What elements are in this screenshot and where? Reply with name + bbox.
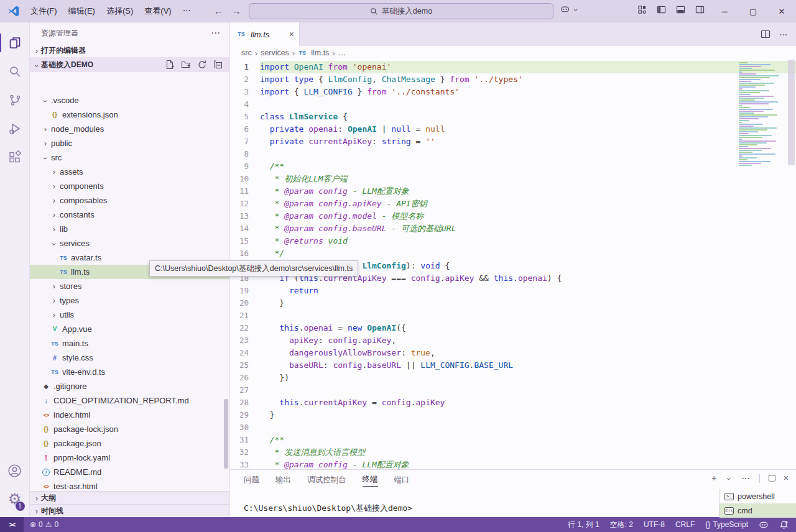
terminal-body[interactable]: C:\Users\shiuo\Desktop\基础接入demo> >_power… bbox=[230, 488, 796, 517]
code-line-30: 30 bbox=[230, 421, 796, 434]
search-sidebar-icon[interactable] bbox=[0, 57, 30, 86]
menu-item-2[interactable]: 选择(S) bbox=[101, 3, 139, 19]
tree-item-test-asr.html[interactable]: <>test-asr.html bbox=[30, 479, 229, 490]
breadcrumb-item-0[interactable]: src bbox=[241, 48, 252, 57]
terminal-label: cmd bbox=[738, 507, 752, 515]
menu-item-1[interactable]: 编辑(E) bbox=[63, 3, 101, 19]
menu-item-3[interactable]: 查看(V) bbox=[139, 3, 177, 19]
terminal-item-cmd[interactable]: C:\cmd bbox=[720, 503, 796, 518]
copilot-menu[interactable]: › bbox=[560, 4, 580, 14]
split-editor-icon[interactable] bbox=[761, 29, 771, 39]
problems-status[interactable]: ⊗ 0 ⚠ 0 bbox=[24, 520, 58, 529]
tree-item-constants[interactable]: ›constants bbox=[30, 208, 229, 222]
refresh-icon[interactable] bbox=[197, 60, 207, 70]
explorer-icon[interactable] bbox=[0, 29, 30, 57]
back-icon[interactable]: ← bbox=[214, 6, 223, 16]
remote-indicator[interactable]: >< bbox=[0, 517, 24, 532]
breadcrumb-item-3[interactable]: … bbox=[338, 48, 346, 57]
toggle-secondary-sidebar-icon[interactable] bbox=[695, 5, 705, 14]
tree-item-label: README.md bbox=[53, 467, 101, 477]
tab-llm-ts[interactable]: TS llm.ts × bbox=[230, 22, 300, 46]
panel-tab-问题[interactable]: 问题 bbox=[244, 472, 259, 487]
tree-item-assets[interactable]: ›assets bbox=[30, 165, 229, 179]
line-number: 14 bbox=[230, 222, 260, 235]
tree-item-extensions.json[interactable]: {}extensions.json bbox=[30, 108, 229, 122]
new-terminal-icon[interactable]: + bbox=[711, 473, 716, 483]
extensions-icon[interactable] bbox=[0, 143, 30, 172]
copilot-status-icon[interactable] bbox=[759, 520, 769, 530]
sidebar-scrollbar[interactable] bbox=[224, 399, 228, 469]
tree-item-.gitignore[interactable]: ◆.gitignore bbox=[30, 379, 229, 393]
tree-item-pnpm-lock.yaml[interactable]: !pnpm-lock.yaml bbox=[30, 451, 229, 465]
panel-more-icon[interactable]: ⋯ bbox=[741, 473, 750, 483]
project-section-header[interactable]: › 基础接入DEMO bbox=[30, 57, 229, 72]
run-debug-icon[interactable] bbox=[0, 114, 30, 143]
panel-tab-调试控制台[interactable]: 调试控制台 bbox=[307, 472, 346, 487]
tree-item-composables[interactable]: ›composables bbox=[30, 193, 229, 208]
account-icon[interactable] bbox=[0, 456, 30, 485]
tree-item-package.json[interactable]: {}package.json bbox=[30, 436, 229, 451]
toggle-panel-icon[interactable] bbox=[676, 5, 685, 14]
chevron-right-icon: › bbox=[50, 181, 58, 191]
tree-item-README.md[interactable]: iREADME.md bbox=[30, 465, 229, 479]
tree-item-public[interactable]: ›public bbox=[30, 136, 229, 150]
cursor-position[interactable]: 行 1, 列 1 bbox=[568, 520, 599, 530]
panel-tab-终端[interactable]: 终端 bbox=[363, 472, 378, 487]
open-editors-section[interactable]: › 打开的编辑器 bbox=[30, 44, 229, 57]
eol-sequence[interactable]: CRLF bbox=[675, 520, 695, 529]
timeline-section[interactable]: › 时间线 bbox=[30, 504, 229, 517]
tree-item-services[interactable]: ›services bbox=[30, 236, 229, 250]
close-panel-icon[interactable]: × bbox=[784, 473, 789, 483]
breadcrumb-item-2[interactable]: llm.ts bbox=[311, 48, 329, 57]
tree-item-stores[interactable]: ›stores bbox=[30, 279, 229, 293]
new-file-icon[interactable] bbox=[165, 60, 175, 70]
tree-item-components[interactable]: ›components bbox=[30, 179, 229, 193]
editor-more-icon[interactable]: ⋯ bbox=[779, 30, 787, 39]
breadcrumb-item-1[interactable]: services bbox=[261, 48, 289, 57]
tree-item-CODE_OPTIMIZATION_REPORT.md[interactable]: ↓CODE_OPTIMIZATION_REPORT.md bbox=[30, 393, 229, 408]
indentation[interactable]: 空格: 2 bbox=[610, 520, 633, 530]
minimize-button[interactable]: ─ bbox=[710, 0, 739, 22]
toggle-sidebar-icon[interactable] bbox=[657, 5, 666, 14]
tree-item-src[interactable]: ›src bbox=[30, 150, 229, 165]
line-number: 1 bbox=[230, 61, 260, 73]
terminal-item-powershell[interactable]: >_powershell bbox=[720, 489, 796, 503]
command-center-search[interactable]: 基础接入demo bbox=[249, 3, 553, 19]
settings-gear-icon[interactable]: ⚙ 1 bbox=[0, 485, 30, 513]
terminal-dropdown-icon[interactable]: › bbox=[724, 474, 733, 483]
language-mode[interactable]: {} TypeScript bbox=[705, 520, 748, 529]
tree-item-index.html[interactable]: <>index.html bbox=[30, 408, 229, 422]
close-button[interactable]: ✕ bbox=[767, 0, 796, 22]
menu-item-4[interactable]: ⋯ bbox=[177, 3, 197, 19]
panel-tab-端口[interactable]: 端口 bbox=[394, 472, 410, 487]
tree-item-App.vue[interactable]: VApp.vue bbox=[30, 322, 229, 336]
tree-item-lib[interactable]: ›lib bbox=[30, 222, 229, 236]
forward-icon[interactable]: → bbox=[232, 6, 241, 16]
maximize-panel-icon[interactable] bbox=[769, 475, 775, 482]
source-control-icon[interactable] bbox=[0, 86, 30, 114]
collapse-all-icon[interactable] bbox=[213, 60, 223, 70]
line-number: 7 bbox=[230, 135, 260, 148]
menu-item-0[interactable]: 文件(F) bbox=[25, 3, 63, 19]
encoding[interactable]: UTF-8 bbox=[644, 520, 665, 529]
new-folder-icon[interactable] bbox=[181, 60, 191, 70]
tab-close-icon[interactable]: × bbox=[289, 29, 294, 39]
tree-item-vite-env.d.ts[interactable]: TSvite-env.d.ts bbox=[30, 365, 229, 379]
tree-item-types[interactable]: ›types bbox=[30, 293, 229, 308]
tree-item-.vscode[interactable]: ›.vscode bbox=[30, 93, 229, 108]
maximize-button[interactable]: ▢ bbox=[739, 0, 767, 22]
tree-item-label: stores bbox=[60, 282, 81, 291]
minimap[interactable] bbox=[739, 62, 785, 166]
tree-item-utils[interactable]: ›utils bbox=[30, 308, 229, 322]
chevron-right-icon: › bbox=[41, 124, 50, 134]
tree-item-node_modules[interactable]: ›node_modules bbox=[30, 122, 229, 136]
tree-item-style.css[interactable]: #style.css bbox=[30, 351, 229, 365]
tree-item-package-lock.json[interactable]: {}package-lock.json bbox=[30, 422, 229, 436]
customize-layout-icon[interactable] bbox=[637, 5, 647, 14]
bell-icon[interactable] bbox=[779, 520, 789, 530]
outline-section[interactable]: › 大纲 bbox=[30, 491, 229, 504]
panel-tab-输出[interactable]: 输出 bbox=[275, 472, 291, 487]
sidebar-more-icon[interactable]: ⋯ bbox=[211, 27, 221, 39]
tree-item-main.ts[interactable]: TSmain.ts bbox=[30, 336, 229, 351]
editor-scrollbar[interactable] bbox=[788, 60, 795, 165]
